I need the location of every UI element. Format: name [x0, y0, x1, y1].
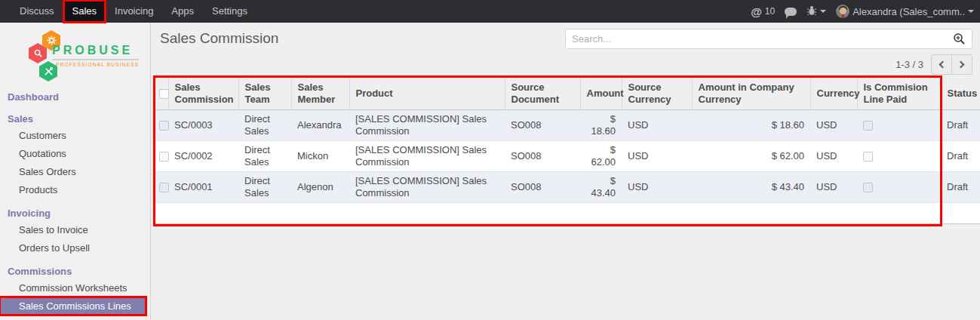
sidebar-item-orders-to-upsell[interactable]: Orders to Upsell: [0, 239, 150, 257]
column-header-source-document[interactable]: Source Document: [505, 78, 580, 110]
cell-source-currency: USD: [622, 141, 692, 172]
cell-currency: USD: [810, 172, 857, 203]
main-content: Sales Commission 1-3 / 3 Sales Commissio…: [152, 23, 980, 320]
sales-commission-table: Sales CommissionSales TeamSales MemberPr…: [153, 78, 980, 203]
column-header-amount-in-company-currency[interactable]: Amount in Company Currency: [692, 78, 810, 110]
messages-icon[interactable]: [785, 8, 797, 16]
column-header-sales-commission[interactable]: Sales Commission: [168, 78, 238, 110]
column-header-sales-member[interactable]: Sales Member: [291, 78, 349, 110]
is-paid-checkbox[interactable]: [863, 121, 873, 131]
user-menu[interactable]: Alexandra (Sales_comm..: [836, 5, 974, 18]
pager-next-button[interactable]: [951, 54, 972, 75]
cell-status: Draft: [941, 110, 980, 141]
cell-source-currency: USD: [622, 110, 692, 141]
cell-sales-commission: SC/0003: [168, 110, 238, 141]
topnav-item-apps[interactable]: Apps: [162, 0, 203, 23]
cell-source-currency: USD: [622, 172, 692, 203]
logo-brand-text: PROBUSE: [52, 44, 139, 60]
topbar-right: @ 10 Alexandra (Sales_comm..: [751, 5, 980, 18]
pager-range: 1-3 / 3: [896, 59, 923, 70]
is-paid-checkbox[interactable]: [863, 152, 873, 162]
sidebar-item-commission-worksheets[interactable]: Commission Worksheets: [0, 279, 150, 297]
cell-status: Draft: [941, 141, 980, 172]
cell-sales-team: Direct Sales: [238, 172, 291, 203]
cell-source-document: SO008: [505, 110, 580, 141]
cell-source-document: SO008: [505, 141, 580, 172]
cell-amount: $ 62.00: [580, 141, 622, 172]
sidebar: PROBUSE PROFESSIONAL BUSINESS DashboardS…: [0, 23, 151, 320]
page-title: Sales Commission: [160, 30, 278, 47]
table-row[interactable]: SC/0003Direct SalesAlexandra[SALES COMMI…: [153, 110, 980, 141]
is-paid-checkbox[interactable]: [863, 183, 873, 192]
topnav-item-settings[interactable]: Settings: [203, 0, 257, 23]
cell-sales-member: Algenon: [291, 172, 349, 203]
row-select-checkbox[interactable]: [159, 121, 169, 131]
cell-amount: $ 18.60: [580, 110, 622, 141]
column-header-amount[interactable]: Amount: [580, 78, 622, 110]
probuse-logo: PROBUSE PROFESSIONAL BUSINESS: [0, 23, 150, 89]
search-box: [565, 29, 972, 49]
cell-sales-member: Mickon: [291, 141, 349, 172]
search-input[interactable]: [572, 33, 953, 45]
cell-sales-team: Direct Sales: [238, 141, 291, 172]
column-header-sales-team[interactable]: Sales Team: [238, 78, 291, 110]
sidebar-section-sales[interactable]: Sales: [0, 111, 150, 126]
sidebar-item-customers[interactable]: Customers: [0, 127, 150, 144]
column-header-currency[interactable]: Currency: [810, 78, 857, 110]
chevron-right-icon: [957, 61, 965, 69]
activities-at-icon: @: [751, 5, 762, 18]
column-header-is-commision-line-paid[interactable]: Is Commision Line Paid: [857, 78, 941, 110]
cell-product: [SALES COMMISSION] Sales Commission: [349, 172, 505, 203]
sidebar-item-sales-commissions-lines[interactable]: Sales Commissions Lines: [0, 297, 146, 315]
chevron-down-icon: [820, 10, 826, 13]
cell-status: Draft: [941, 172, 980, 203]
topnav-item-discuss[interactable]: Discuss: [11, 0, 63, 23]
avatar: [836, 5, 849, 18]
cell-product: [SALES COMMISSION] Sales Commission: [349, 141, 505, 172]
top-navbar: DiscussSalesInvoicingAppsSettings @ 10: [0, 0, 980, 23]
table-row[interactable]: SC/0001Direct SalesAlgenon[SALES COMMISS…: [153, 172, 980, 203]
sidebar-section-dashboard[interactable]: Dashboard: [0, 89, 150, 104]
cell-amount: $ 43.40: [580, 172, 622, 203]
user-name: Alexandra (Sales_comm..: [853, 6, 965, 17]
table-footer-strip: [153, 203, 980, 224]
sidebar-item-sales-to-invoice[interactable]: Sales to Invoice: [0, 221, 150, 238]
cell-product: [SALES COMMISSION] Sales Commission: [349, 110, 505, 141]
sidebar-item-sales-orders[interactable]: Sales Orders: [0, 163, 150, 180]
debug-menu[interactable]: [806, 5, 826, 18]
row-select-checkbox[interactable]: [159, 152, 169, 162]
logo-tagline-text: PROFESSIONAL BUSINESS: [52, 62, 139, 67]
control-panel: Sales Commission 1-3 / 3: [152, 23, 980, 78]
cell-amount-in-company-currency: $ 62.00: [692, 141, 810, 172]
column-header-status[interactable]: Status: [941, 78, 980, 110]
cell-is-commision-line-paid: [857, 141, 941, 172]
sidebar-section-commissions[interactable]: Commissions: [0, 263, 150, 278]
cell-is-commision-line-paid: [857, 172, 941, 203]
pager: 1-3 / 3: [896, 54, 972, 75]
row-select-checkbox[interactable]: [159, 183, 169, 192]
sidebar-section-invoicing[interactable]: Invoicing: [0, 205, 150, 220]
topnav-item-invoicing[interactable]: Invoicing: [106, 0, 162, 23]
bug-icon: [806, 5, 817, 18]
sidebar-nav: DashboardSalesCustomersQuotationsSales O…: [0, 89, 150, 320]
select-all-checkbox[interactable]: [159, 89, 169, 99]
cell-amount-in-company-currency: $ 43.40: [692, 172, 810, 203]
table-row[interactable]: SC/0002Direct SalesMickon[SALES COMMISSI…: [153, 141, 980, 172]
topnav-item-sales[interactable]: Sales: [63, 0, 106, 23]
sidebar-item-products[interactable]: Products: [0, 181, 150, 198]
column-header-product[interactable]: Product: [349, 78, 505, 110]
activities-count: 10: [765, 6, 775, 17]
cell-sales-member: Alexandra: [291, 110, 349, 141]
top-menu: DiscussSalesInvoicingAppsSettings: [11, 0, 257, 23]
cell-sales-commission: SC/0001: [168, 172, 238, 203]
cell-sales-team: Direct Sales: [238, 110, 291, 141]
cell-sales-commission: SC/0002: [168, 141, 238, 172]
column-header-source-currency[interactable]: Source Currency: [622, 78, 692, 110]
cell-currency: USD: [810, 110, 857, 141]
sidebar-item-quotations[interactable]: Quotations: [0, 145, 150, 162]
table-header-row: Sales CommissionSales TeamSales MemberPr…: [153, 78, 980, 110]
activities-menu[interactable]: @ 10: [751, 5, 775, 18]
pager-previous-button[interactable]: [931, 54, 952, 75]
search-icon[interactable]: [953, 32, 966, 45]
chevron-left-icon: [939, 61, 947, 69]
